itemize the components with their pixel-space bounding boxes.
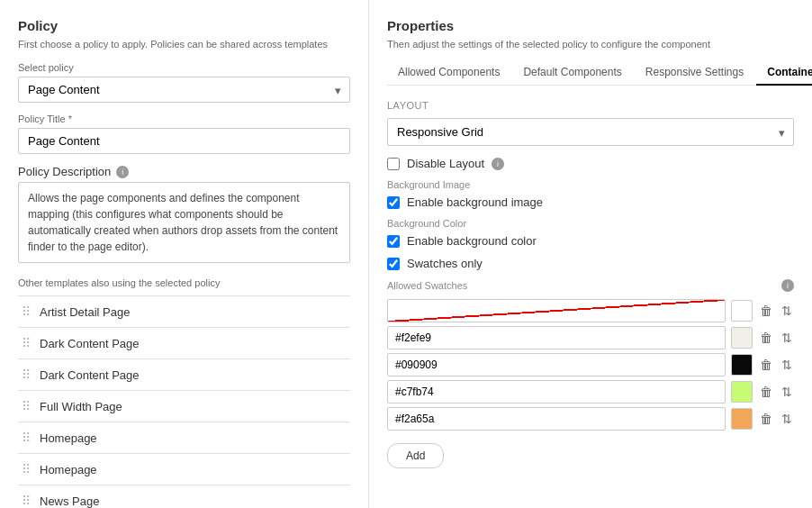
- swatch-row: 🗑 ⇅: [387, 353, 794, 376]
- swatch-input[interactable]: [387, 299, 726, 322]
- swatch-color-box[interactable]: [731, 354, 753, 376]
- swatch-input[interactable]: [387, 326, 726, 349]
- template-name: Dark Content Page: [40, 337, 140, 350]
- template-name: Full Width Page: [40, 400, 122, 413]
- policy-title-label: Policy Title *: [18, 113, 350, 124]
- background-color-section-title: Background Color: [387, 218, 794, 229]
- template-item[interactable]: ⠿ Dark Content Page: [18, 328, 350, 359]
- swatch-color-box[interactable]: [731, 327, 753, 349]
- swatch-reorder-icon[interactable]: ⇅: [780, 302, 794, 320]
- drag-handle-icon: ⠿: [22, 304, 31, 319]
- template-name: Dark Content Page: [40, 368, 140, 382]
- template-list: ⠿ Artist Detail Page ⠿ Dark Content Page…: [18, 295, 350, 508]
- template-item[interactable]: ⠿ Homepage: [18, 422, 350, 454]
- swatch-delete-icon[interactable]: 🗑: [758, 356, 774, 374]
- drag-handle-icon: ⠿: [22, 336, 31, 350]
- drag-handle-icon: ⠿: [22, 462, 31, 476]
- swatch-row: 🗑 ⇅: [387, 299, 794, 322]
- template-name: News Page: [40, 494, 99, 508]
- other-templates-label: Other templates also using the selected …: [18, 277, 350, 288]
- policy-description-info-icon[interactable]: i: [116, 166, 129, 178]
- policy-description-label: Policy Description: [18, 165, 111, 178]
- disable-layout-checkbox[interactable]: [387, 158, 400, 170]
- background-image-section-title: Background Image: [387, 179, 794, 190]
- enable-bg-image-checkbox[interactable]: [387, 196, 400, 209]
- swatch-color-box[interactable]: [731, 408, 753, 430]
- swatch-delete-icon[interactable]: 🗑: [758, 383, 774, 401]
- properties-subtitle: Then adjust the settings of the selected…: [387, 39, 794, 50]
- swatch-color-box[interactable]: [731, 381, 753, 403]
- enable-bg-image-label: Enable background image: [407, 195, 543, 209]
- template-name: Homepage: [40, 463, 97, 476]
- drag-handle-icon: ⠿: [22, 399, 31, 413]
- right-panel: Properties Then adjust the settings of t…: [369, 0, 812, 508]
- allowed-swatches-info-icon[interactable]: i: [781, 279, 794, 292]
- policy-description-label-row: Policy Description i: [18, 165, 350, 178]
- select-policy-label: Select policy: [18, 62, 350, 73]
- swatch-reorder-icon[interactable]: ⇅: [780, 410, 794, 428]
- enable-bg-color-label: Enable background color: [407, 234, 537, 248]
- swatch-delete-icon[interactable]: 🗑: [758, 329, 774, 347]
- swatches-only-checkbox[interactable]: [387, 258, 400, 270]
- drag-handle-icon: ⠿: [22, 431, 31, 445]
- template-name: Homepage: [40, 431, 97, 445]
- drag-handle-icon: ⠿: [22, 367, 31, 382]
- layout-section-title: Layout: [387, 100, 794, 111]
- swatches-only-row: Swatches only: [387, 257, 794, 270]
- swatch-row: 🗑 ⇅: [387, 380, 794, 404]
- left-panel: Policy First choose a policy to apply. P…: [0, 0, 369, 508]
- template-name: Artist Detail Page: [40, 305, 130, 319]
- enable-bg-image-row: Enable background image: [387, 195, 794, 209]
- swatch-row: 🗑 ⇅: [387, 407, 794, 431]
- policy-title-input[interactable]: [18, 128, 350, 154]
- disable-layout-row: Disable Layout i: [387, 157, 794, 170]
- properties-title: Properties: [387, 18, 794, 33]
- tab-default-components[interactable]: Default Components: [512, 60, 632, 86]
- swatch-color-box[interactable]: [731, 300, 753, 322]
- swatch-row: 🗑 ⇅: [387, 326, 794, 349]
- swatch-reorder-icon[interactable]: ⇅: [780, 356, 794, 374]
- policy-description-text: Allows the page components and defines t…: [18, 182, 350, 263]
- template-item[interactable]: ⠿ Full Width Page: [18, 391, 350, 422]
- swatch-input[interactable]: [387, 407, 726, 431]
- policy-subtitle: First choose a policy to apply. Policies…: [18, 39, 350, 50]
- swatch-input[interactable]: [387, 380, 726, 404]
- swatch-reorder-icon[interactable]: ⇅: [780, 383, 794, 401]
- template-item[interactable]: ⠿ Artist Detail Page: [18, 296, 350, 328]
- template-item[interactable]: ⠿ News Page: [18, 485, 350, 508]
- enable-bg-color-row: Enable background color: [387, 234, 794, 248]
- policy-title: Policy: [18, 18, 350, 33]
- select-policy-dropdown[interactable]: Page Content: [18, 77, 350, 103]
- tab-responsive-settings[interactable]: Responsive Settings: [635, 60, 754, 86]
- tab-allowed-components[interactable]: Allowed Components: [387, 60, 510, 86]
- disable-layout-info-icon[interactable]: i: [492, 158, 504, 170]
- layout-select-wrapper: Responsive GridFixed GridFlow ▾: [387, 118, 794, 146]
- tab-container-settings[interactable]: Container Settings: [756, 60, 812, 86]
- add-button[interactable]: Add: [387, 443, 444, 468]
- select-policy-wrapper: Page Content ▾: [18, 77, 350, 103]
- disable-layout-label: Disable Layout: [407, 157, 484, 170]
- swatch-input[interactable]: [387, 353, 726, 376]
- swatch-delete-icon[interactable]: 🗑: [758, 410, 774, 428]
- layout-dropdown[interactable]: Responsive GridFixed GridFlow: [387, 118, 794, 146]
- template-item[interactable]: ⠿ Dark Content Page: [18, 359, 350, 391]
- swatches-table: 🗑 ⇅ 🗑 ⇅ 🗑 ⇅ 🗑 ⇅ 🗑 ⇅: [387, 299, 794, 431]
- swatch-reorder-icon[interactable]: ⇅: [780, 329, 794, 347]
- template-item[interactable]: ⠿ Homepage: [18, 454, 350, 485]
- enable-bg-color-checkbox[interactable]: [387, 235, 400, 248]
- allowed-swatches-header: Allowed Swatches i: [387, 279, 794, 292]
- swatch-delete-icon[interactable]: 🗑: [758, 302, 774, 320]
- allowed-swatches-label: Allowed Swatches: [387, 280, 467, 291]
- drag-handle-icon: ⠿: [22, 494, 31, 508]
- swatches-only-label: Swatches only: [407, 257, 483, 270]
- tabs-container: Allowed ComponentsDefault ComponentsResp…: [387, 60, 794, 86]
